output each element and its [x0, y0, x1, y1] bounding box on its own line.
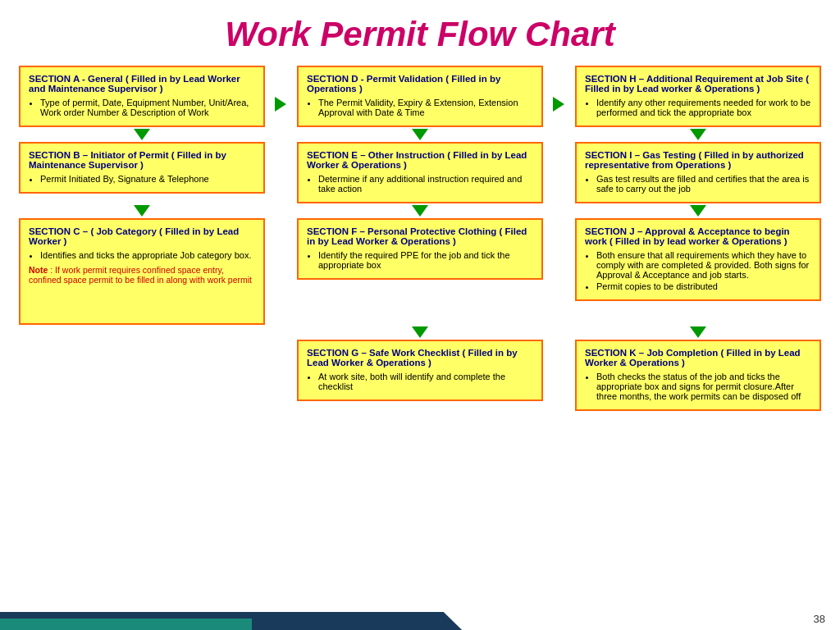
section-k-box: SECTION K – Job Completion ( Filled in b… [575, 340, 821, 411]
section-b-box: SECTION B – Initiator of Permit ( Filled… [19, 142, 265, 194]
section-i-list: Gas test results are filled and certifie… [585, 174, 811, 194]
section-e-item-0: Determine if any additional instruction … [318, 174, 533, 194]
col2-box1-wrapper: SECTION D - Permit Validation ( Filled i… [293, 66, 547, 127]
section-g-item-0: At work site, both will identify and com… [318, 372, 533, 391]
col3-box1-wrapper: SECTION H – Additional Requirement at Jo… [571, 66, 825, 127]
section-c-note: Note : If work permit requires confined … [29, 265, 255, 285]
arrow-down-e-f [412, 205, 428, 217]
col3-box3-wrapper: SECTION J – Approval & Acceptance to beg… [571, 218, 825, 325]
arrow-a-to-d [275, 97, 286, 112]
section-k-list: Both checks the status of the job and ti… [585, 372, 811, 401]
section-i-title: SECTION I – Gas Testing ( Filled in by a… [585, 150, 811, 170]
section-a-title: SECTION A - General ( Filled in by Lead … [29, 74, 255, 94]
section-g-list: At work site, both will identify and com… [307, 372, 533, 391]
section-g-title: SECTION G – Safe Work Checklist ( Filled… [307, 348, 533, 368]
col3-box4-wrapper: SECTION K – Job Completion ( Filled in b… [571, 340, 825, 411]
section-i-box: SECTION I – Gas Testing ( Filled in by a… [575, 142, 821, 203]
section-h-item-0: Identify any other requirements needed f… [596, 98, 811, 117]
section-d-item-0: The Permit Validity, Expiry & Extension,… [318, 98, 533, 117]
section-d-list: The Permit Validity, Expiry & Extension,… [307, 98, 533, 117]
col3-box2-wrapper: SECTION I – Gas Testing ( Filled in by a… [571, 142, 825, 203]
section-b-item-0: Permit Initiated By, Signature & Telepho… [40, 174, 255, 184]
section-h-title: SECTION H – Additional Requirement at Jo… [585, 74, 811, 94]
section-k-title: SECTION K – Job Completion ( Filled in b… [585, 348, 811, 368]
col2-box3-wrapper: SECTION F – Personal Protective Clothing… [293, 218, 547, 325]
section-c-title: SECTION C – ( Job Category ( Filled in b… [29, 226, 255, 246]
section-f-item-0: Identify the required PPE for the job an… [318, 250, 533, 270]
col2-box2-wrapper: SECTION E – Other Instruction ( Filled i… [293, 142, 547, 203]
section-e-box: SECTION E – Other Instruction ( Filled i… [297, 142, 543, 203]
bottom-bar-teal [0, 619, 252, 630]
section-j-item-1: Permit copies to be distributed [596, 281, 811, 291]
section-a-box: SECTION A - General ( Filled in by Lead … [19, 66, 265, 127]
bottom-decoration [0, 607, 840, 630]
arrow-down-f-g [412, 326, 428, 338]
section-e-list: Determine if any additional instruction … [307, 174, 533, 194]
section-j-item-0: Both ensure that all requirements which … [596, 250, 811, 280]
section-h-box: SECTION H – Additional Requirement at Jo… [575, 66, 821, 127]
section-e-title: SECTION E – Other Instruction ( Filled i… [307, 150, 533, 170]
section-h-list: Identify any other requirements needed f… [585, 98, 811, 117]
arrow-down-h-i [690, 129, 706, 140]
arrow-down-j-k [690, 326, 706, 338]
col1-box2-wrapper: SECTION B – Initiator of Permit ( Filled… [15, 142, 269, 203]
section-k-item-0: Both checks the status of the job and ti… [596, 372, 811, 401]
section-j-box: SECTION J – Approval & Acceptance to beg… [575, 218, 821, 301]
section-j-list: Both ensure that all requirements which … [585, 250, 811, 291]
arrow-down-i-j [690, 205, 706, 217]
arrow-down-a-b [134, 129, 150, 140]
arrow-d-to-h [553, 97, 564, 112]
arrow-down-b-c [134, 205, 150, 217]
section-b-list: Permit Initiated By, Signature & Telepho… [29, 174, 255, 184]
section-a-item-0: Type of permit, Date, Equipment Number, … [40, 98, 255, 117]
section-g-box: SECTION G – Safe Work Checklist ( Filled… [297, 340, 543, 401]
section-a-list: Type of permit, Date, Equipment Number, … [29, 98, 255, 117]
section-c-box: SECTION C – ( Job Category ( Filled in b… [19, 218, 265, 325]
section-f-box: SECTION F – Personal Protective Clothing… [297, 218, 543, 280]
page-number: 38 [814, 613, 825, 625]
note-label: Note [29, 265, 48, 275]
page-title: Work Permit Flow Chart [0, 0, 840, 66]
section-c-list: Identifies and ticks the appropriate Job… [29, 250, 255, 260]
section-f-list: Identify the required PPE for the job an… [307, 250, 533, 270]
col1-box1-wrapper: SECTION A - General ( Filled in by Lead … [15, 66, 269, 127]
col2-box4-wrapper: SECTION G – Safe Work Checklist ( Filled… [293, 340, 547, 411]
col1-box3-wrapper: SECTION C – ( Job Category ( Filled in b… [15, 218, 269, 325]
section-f-title: SECTION F – Personal Protective Clothing… [307, 226, 533, 246]
arrow-down-d-e [412, 129, 428, 140]
section-j-title: SECTION J – Approval & Acceptance to beg… [585, 226, 811, 246]
section-b-title: SECTION B – Initiator of Permit ( Filled… [29, 150, 255, 170]
section-d-title: SECTION D - Permit Validation ( Filled i… [307, 74, 533, 94]
section-d-box: SECTION D - Permit Validation ( Filled i… [297, 66, 543, 127]
section-c-item-0: Identifies and ticks the appropriate Job… [40, 250, 255, 260]
section-i-item-0: Gas test results are filled and certifie… [596, 174, 811, 194]
